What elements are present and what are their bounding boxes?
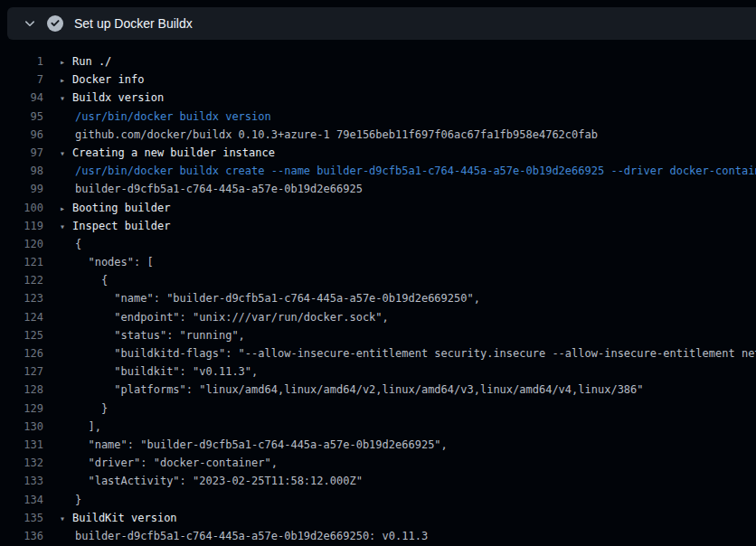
log-line: 98 /usr/bin/docker buildx create --name …: [0, 162, 756, 180]
chevron-down-icon: [24, 17, 36, 30]
log-group-toggle[interactable]: ▾Creating a new builder instance: [60, 144, 275, 162]
log-command-text: /usr/bin/docker buildx create --name bui…: [75, 162, 756, 180]
log-output-text: {: [75, 271, 108, 289]
log-line: 129 }: [0, 400, 756, 418]
line-number[interactable]: 96: [0, 126, 43, 144]
log-line: 95 /usr/bin/docker buildx version: [0, 108, 756, 126]
line-number[interactable]: 7: [0, 71, 43, 89]
line-number[interactable]: 121: [0, 253, 43, 271]
line-number[interactable]: 94: [0, 89, 43, 107]
line-number[interactable]: 129: [0, 400, 43, 418]
log-line: 1 ▸Run ./: [0, 52, 756, 71]
log-group-toggle[interactable]: ▸Run ./: [60, 52, 111, 71]
log-line: 7 ▸Docker info: [0, 71, 756, 89]
triangle-right-icon: ▸: [60, 200, 72, 217]
log-command-text: /usr/bin/docker buildx version: [75, 108, 271, 126]
check-circle-icon: [47, 15, 63, 32]
log-line: 136 builder-d9cfb5a1-c764-445a-a57e-0b19…: [0, 527, 756, 545]
line-number[interactable]: 99: [0, 180, 43, 198]
log-line: 124 "endpoint": "unix:///var/run/docker.…: [0, 308, 756, 326]
log-group-toggle[interactable]: ▾Inspect builder: [60, 217, 170, 235]
log-output-text: builder-d9cfb5a1-c764-445a-a57e-0b19d2e6…: [75, 180, 363, 198]
line-number[interactable]: 126: [0, 344, 43, 362]
log-line: 119 ▾Inspect builder: [0, 217, 756, 235]
log-line: 120 {: [0, 235, 756, 253]
line-number[interactable]: 120: [0, 235, 43, 253]
log-group-label: BuildKit version: [72, 512, 177, 524]
log-line: 134 }: [0, 491, 756, 509]
step-header[interactable]: Set up Docker Buildx: [7, 7, 756, 40]
line-number[interactable]: 97: [0, 144, 43, 162]
log-group-label: Inspect builder: [72, 220, 170, 232]
log-output-text: "status": "running",: [75, 326, 245, 344]
line-number[interactable]: 133: [0, 472, 43, 490]
log-line: 94 ▾Buildx version: [0, 89, 756, 107]
line-number[interactable]: 124: [0, 308, 43, 326]
log-output-text: "endpoint": "unix:///var/run/docker.sock…: [75, 308, 389, 326]
line-number[interactable]: 128: [0, 381, 43, 399]
triangle-down-icon: ▾: [60, 510, 72, 527]
log-line: 100 ▸Booting builder: [0, 199, 756, 217]
log-line: 128 "platforms": "linux/amd64,linux/amd6…: [0, 381, 756, 399]
line-number[interactable]: 131: [0, 436, 43, 454]
log-line: 131 "name": "builder-d9cfb5a1-c764-445a-…: [0, 436, 756, 454]
line-number[interactable]: 136: [0, 527, 43, 545]
triangle-right-icon: ▸: [60, 71, 72, 89]
log-group-toggle[interactable]: ▾Buildx version: [60, 89, 164, 107]
log-line: 96 github.com/docker/buildx 0.10.3+azure…: [0, 126, 756, 144]
log-output-text: {: [75, 235, 81, 253]
log-output-text: }: [75, 491, 81, 509]
log-group-label: Creating a new builder instance: [72, 146, 275, 159]
line-number[interactable]: 130: [0, 418, 43, 436]
log-output-text: "driver": "docker-container",: [75, 454, 278, 472]
line-number[interactable]: 98: [0, 162, 43, 180]
line-number[interactable]: 127: [0, 362, 43, 381]
log-line: 132 "driver": "docker-container",: [0, 454, 756, 472]
log-line: 97 ▾Creating a new builder instance: [0, 144, 756, 162]
triangle-down-icon: ▾: [60, 218, 72, 235]
line-number[interactable]: 95: [0, 108, 43, 126]
triangle-down-icon: ▾: [60, 89, 72, 107]
log-output-text: "lastActivity": "2023-02-25T11:58:12.000…: [75, 472, 363, 490]
log-viewer: 1 ▸Run ./ 7 ▸Docker info 94 ▾Buildx vers…: [0, 40, 756, 545]
log-line: 130 ],: [0, 418, 756, 436]
line-number[interactable]: 1: [0, 52, 43, 71]
log-output-text: "nodes": [: [75, 253, 154, 271]
log-line: 126 "buildkitd-flags": "--allow-insecure…: [0, 344, 756, 362]
triangle-right-icon: ▸: [60, 53, 72, 71]
log-line: 127 "buildkit": "v0.11.3",: [0, 362, 756, 381]
log-group-toggle[interactable]: ▸Booting builder: [60, 199, 170, 217]
log-line: 135 ▾BuildKit version: [0, 509, 756, 527]
collapse-step-button[interactable]: [20, 14, 40, 33]
log-group-label: Booting builder: [72, 202, 170, 214]
line-number[interactable]: 122: [0, 271, 43, 289]
line-number[interactable]: 135: [0, 509, 43, 527]
log-output-text: }: [75, 400, 108, 418]
log-line: 133 "lastActivity": "2023-02-25T11:58:12…: [0, 472, 756, 490]
log-output-text: ],: [75, 418, 101, 436]
triangle-down-icon: ▾: [60, 145, 72, 162]
line-number[interactable]: 123: [0, 289, 43, 307]
log-output-text: "name": "builder-d9cfb5a1-c764-445a-a57e…: [75, 289, 480, 307]
line-number[interactable]: 134: [0, 491, 43, 509]
line-number[interactable]: 125: [0, 326, 43, 344]
log-group-label: Docker info: [72, 73, 144, 86]
log-group-toggle[interactable]: ▸Docker info: [60, 71, 144, 89]
log-line: 123 "name": "builder-d9cfb5a1-c764-445a-…: [0, 289, 756, 307]
log-output-text: "buildkitd-flags": "--allow-insecure-ent…: [75, 344, 756, 362]
log-line: 122 {: [0, 271, 756, 289]
line-number[interactable]: 100: [0, 199, 43, 217]
log-output-text: github.com/docker/buildx 0.10.3+azure-1 …: [75, 126, 598, 144]
step-title: Set up Docker Buildx: [74, 16, 193, 31]
log-line: 125 "status": "running",: [0, 326, 756, 344]
log-group-toggle[interactable]: ▾BuildKit version: [60, 509, 177, 527]
log-group-label: Buildx version: [72, 91, 164, 104]
log-line: 121 "nodes": [: [0, 253, 756, 271]
line-number[interactable]: 119: [0, 217, 43, 235]
log-output-text: "buildkit": "v0.11.3",: [75, 362, 258, 381]
log-group-label: Run ./: [72, 55, 111, 68]
log-line: 99 builder-d9cfb5a1-c764-445a-a57e-0b19d…: [0, 180, 756, 198]
log-output-text: "name": "builder-d9cfb5a1-c764-445a-a57e…: [75, 436, 448, 454]
log-output-text: "platforms": "linux/amd64,linux/amd64/v2…: [75, 381, 644, 399]
line-number[interactable]: 132: [0, 454, 43, 472]
